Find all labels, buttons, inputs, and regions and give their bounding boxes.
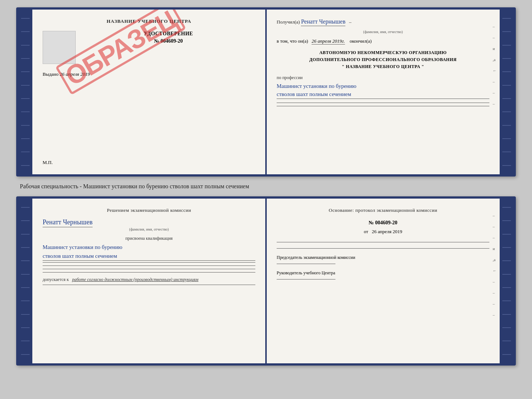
specialty-text: Рабочая специальность - Машинист установ… <box>16 183 516 190</box>
bottom-spine-left <box>18 199 32 363</box>
spine-left <box>18 10 32 174</box>
bottom-qual-label: присвоена квалификация <box>43 236 255 241</box>
protocol-number: № 004609-20 <box>277 220 489 226</box>
line3 <box>43 269 255 269</box>
chairman-signature-line <box>277 264 335 264</box>
received-caption: (фамилия, имя, отчество) <box>277 30 489 34</box>
line1 <box>43 262 255 263</box>
bottom-name-caption: (фамилия, имя, отчество) <box>43 227 255 231</box>
profession-value: Машинист установки по бурению стволов ша… <box>277 82 489 99</box>
line4 <box>43 272 255 272</box>
spine-right <box>500 10 514 174</box>
top-certificate-book: НАЗВАНИЕ УЧЕБНОГО ЦЕНТРА УДОСТОВЕРЕНИЕ №… <box>16 7 516 177</box>
bottom-date-line: от 26 апреля 2019 <box>277 229 489 235</box>
bottom-qual-value: Машинист установки по бурению стволов ша… <box>43 243 255 261</box>
profession-label: по профессии <box>277 75 489 81</box>
right-margin-marks: ––и,а←––– <box>493 24 497 106</box>
line2 <box>43 266 255 266</box>
bottom-head: Руководитель учебного Центра <box>277 270 489 276</box>
line5 <box>43 285 255 285</box>
bottom-spine-right <box>500 199 514 363</box>
cert-main-content: УДОСТОВЕРЕНИЕ № 004609-20 <box>82 31 255 49</box>
date-line: в том, что он(а) 26 апреля 2019г. окончи… <box>277 38 489 44</box>
cert-mp: М.П. <box>43 160 53 165</box>
bottom-name-value: Ренатт Чернышев <box>43 218 93 227</box>
bottom-chairman: Председатель экзаменационной комиссии <box>277 254 489 261</box>
bottom-допуск: допускается к работе согласно должностны… <box>43 277 255 282</box>
top-right-page: Получил(а) Ренатт Чернышев – (фамилия, и… <box>266 10 500 174</box>
bottom-right-page: Основание: протокол экзаменационной коми… <box>266 199 500 363</box>
cert-doc-title: УДОСТОВЕРЕНИЕ <box>82 31 255 37</box>
received-name: Ренатт Чернышев <box>301 18 345 26</box>
cert-issued-line: Выдано 26 апреля 2019 <box>43 71 255 77</box>
top-left-page: НАЗВАНИЕ УЧЕБНОГО ЦЕНТРА УДОСТОВЕРЕНИЕ №… <box>32 10 266 174</box>
bottom-certificate-book: Решением экзаменационной комиссии Ренатт… <box>16 196 516 366</box>
cert-stamp-area: УДОСТОВЕРЕНИЕ № 004609-20 <box>43 31 255 64</box>
stamp-placeholder <box>43 31 76 64</box>
bottom-left-title: Решением экзаменационной комиссии <box>43 207 255 213</box>
issued-label: Выдано <box>43 71 58 77</box>
bottom-left-page: Решением экзаменационной комиссии Ренатт… <box>32 199 266 363</box>
bottom-допуск-value: работе согласно должностным (производств… <box>72 277 198 282</box>
issued-date: 26 апреля 2019 <box>60 71 90 77</box>
bottom-name-wrap: Ренатт Чернышев (фамилия, имя, отчество) <box>43 218 255 231</box>
received-label: Получил(а) Ренатт Чернышев – <box>277 18 489 27</box>
org-block: АВТОНОМНУЮ НЕКОММЕРЧЕСКУЮ ОРГАНИЗАЦИЮ ДО… <box>277 49 489 71</box>
cert-number: № 004609-20 <box>82 38 255 44</box>
cert-title: НАЗВАНИЕ УЧЕБНОГО ЦЕНТРА <box>43 18 255 24</box>
bottom-right-title: Основание: протокол экзаменационной коми… <box>277 207 489 213</box>
head-signature-line <box>277 279 335 279</box>
bottom-date-value: 26 апреля 2019 <box>372 229 402 234</box>
date-value: 26 апреля 2019г. <box>312 38 345 44</box>
bottom-right-margin: –––и,а←–––– <box>493 213 497 317</box>
